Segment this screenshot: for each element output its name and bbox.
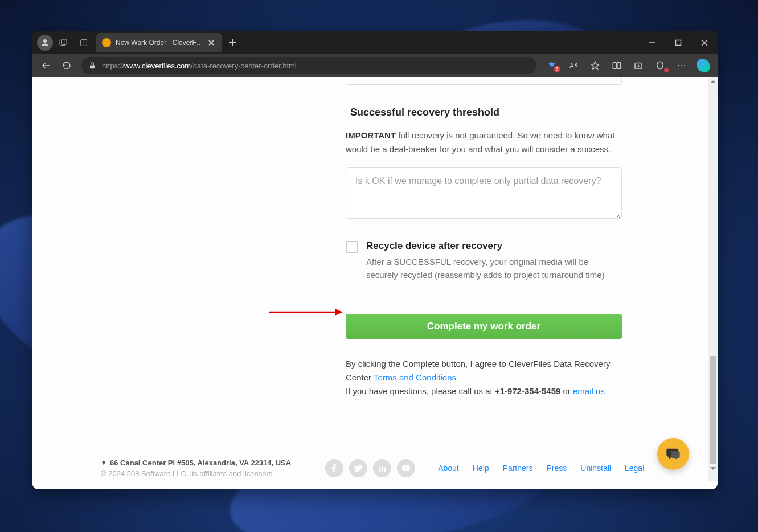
svg-rect-3 [81,39,87,46]
tab-actions-icon[interactable] [73,31,94,54]
title-bar: New Work Order - CleverFiles Da [32,31,718,54]
svg-rect-14 [90,65,95,68]
svg-rect-10 [676,40,681,45]
address-bar: https://www.cleverfiles.com/data-recover… [32,54,718,77]
recycle-checkbox[interactable] [346,241,358,253]
read-aloud-icon[interactable]: A [563,55,584,76]
footer-links: About Help Partners Press Uninstall Lega… [438,464,644,473]
twitter-icon[interactable] [349,459,367,477]
svg-point-24 [684,65,685,66]
svg-marker-26 [335,309,343,316]
svg-point-23 [681,65,682,66]
svg-point-28 [379,465,380,466]
complete-order-button[interactable]: Complete my work order [346,314,622,339]
footer-copyright: © 2024 508 Software LLC, its affiliates … [101,469,291,478]
social-icons [325,459,415,477]
svg-rect-27 [379,467,380,472]
content-area: Successful recovery threshold IMPORTANT … [32,77,718,489]
workspaces-icon[interactable] [53,31,73,54]
essentials-badge [664,68,669,72]
footer-link-partners[interactable]: Partners [503,464,533,473]
agreement-text: By clicking the Complete button, I agree… [346,357,622,398]
footer-link-help[interactable]: Help [473,464,489,473]
url-text: https://www.cleverfiles.com/data-recover… [102,62,297,70]
minimize-button[interactable] [639,31,665,54]
threshold-textarea[interactable] [346,167,622,219]
shopping-icon[interactable]: 8 [541,55,563,76]
footer-link-about[interactable]: About [438,464,459,473]
footer-link-press[interactable]: Press [546,464,567,473]
browser-tab[interactable]: New Work Order - CleverFiles Da [96,33,222,52]
linkedin-icon[interactable] [373,459,391,477]
favorite-icon[interactable] [584,55,606,76]
terms-link[interactable]: Terms and Conditions [374,373,456,382]
lock-icon [88,62,96,69]
copilot-button[interactable] [693,59,714,72]
svg-rect-18 [617,63,621,69]
page-footer: 66 Canal Center Pl #505, Alexandria, VA … [101,459,674,478]
svg-point-22 [678,65,679,66]
facebook-icon[interactable] [325,459,343,477]
shopping-badge: 8 [554,66,560,72]
profile-button[interactable] [37,35,53,51]
browser-essentials-icon[interactable] [649,55,671,76]
settings-menu-button[interactable] [671,55,693,76]
scroll-up-button[interactable] [708,77,718,86]
svg-point-0 [43,39,47,43]
footer-address: 66 Canal Center Pl #505, Alexandria, VA … [101,459,291,467]
location-pin-icon [101,459,106,467]
email-us-link[interactable]: email us [573,386,605,396]
scrollbar[interactable] [708,77,718,481]
browser-window: New Work Order - CleverFiles Da [32,31,718,489]
recycle-description: After a SUCCESSFUL recovery, your origin… [366,255,622,282]
url-field[interactable]: https://www.cleverfiles.com/data-recover… [81,57,536,74]
form-section: Successful recovery threshold IMPORTANT … [346,77,622,398]
tab-title: New Work Order - CleverFiles Da [116,39,203,47]
youtube-icon[interactable] [397,459,415,477]
back-button[interactable] [36,55,56,76]
maximize-button[interactable] [665,31,691,54]
collections-icon[interactable] [628,55,649,76]
split-screen-icon[interactable] [606,55,628,76]
scrollbar-thumb[interactable] [710,356,716,470]
footer-link-uninstall[interactable]: Uninstall [580,464,611,473]
threshold-heading: Successful recovery threshold [346,107,622,118]
refresh-button[interactable] [56,55,77,76]
previous-textarea-edge[interactable] [346,77,622,85]
window-controls [639,31,718,54]
close-tab-button[interactable] [207,38,216,47]
recycle-checkbox-row: Recycle device after recovery After a SU… [346,240,622,282]
scroll-down-button[interactable] [708,464,718,473]
svg-rect-17 [613,63,616,69]
arrow-annotation [269,308,343,316]
close-window-button[interactable] [691,31,718,54]
svg-text:A: A [569,62,573,69]
new-tab-button[interactable] [224,39,241,47]
recycle-label: Recycle device after recovery [366,240,622,252]
phone-number: +1-972-354-5459 [495,386,561,396]
svg-marker-16 [591,62,599,69]
chat-button[interactable] [657,438,689,470]
important-paragraph: IMPORTANT full recovery is not guarantee… [346,129,622,156]
footer-link-legal[interactable]: Legal [625,464,644,473]
tab-favicon [102,38,111,47]
